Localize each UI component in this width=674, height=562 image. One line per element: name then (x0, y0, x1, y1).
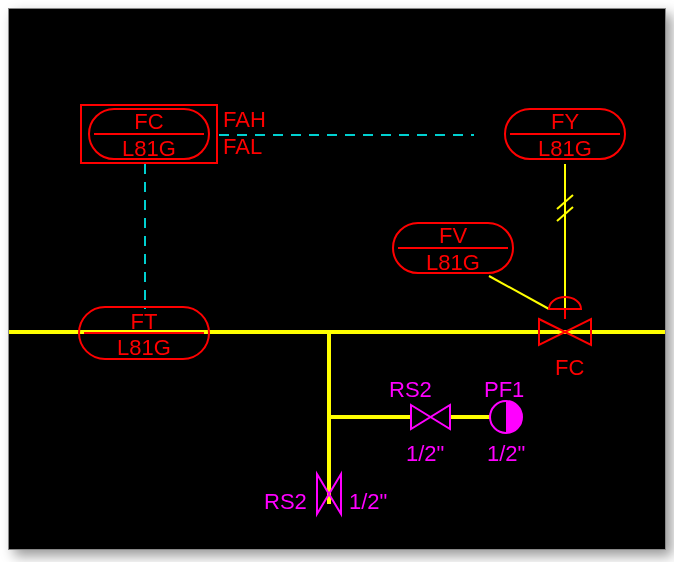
valve-rs2-inline[interactable]: RS2 1/2" (389, 377, 450, 466)
ft-tag: L81G (117, 335, 171, 360)
svg-line-9 (489, 276, 549, 309)
pid-svg: FC L81G FAH FAL FY L81G FV L81G (9, 9, 665, 549)
rs2-inline-size: 1/2" (406, 441, 444, 466)
rs2-drain-size: 1/2" (349, 489, 387, 514)
cad-canvas: FC L81G FAH FAL FY L81G FV L81G (8, 8, 666, 550)
valve-fail-action: FC (555, 355, 584, 380)
rs2-inline-label: RS2 (389, 377, 432, 402)
valve-rs2-drain[interactable]: RS2 1/2" (264, 474, 387, 514)
fy-to-valve (557, 164, 573, 309)
item-pf1[interactable]: PF1 1/2" (484, 377, 525, 466)
fc-tag: L81G (122, 136, 176, 161)
fy-tag: L81G (538, 136, 592, 161)
instrument-fv[interactable]: FV L81G (393, 223, 513, 275)
ft-type: FT (131, 309, 158, 334)
diagram-frame: FC L81G FAH FAL FY L81G FV L81G (0, 0, 674, 562)
fc-type: FC (134, 109, 163, 134)
alarm-fah: FAH (223, 107, 266, 132)
pf1-label: PF1 (484, 377, 524, 402)
instrument-fy[interactable]: FY L81G (505, 109, 625, 161)
fy-type: FY (551, 109, 579, 134)
control-valve[interactable]: FC (539, 297, 591, 380)
fv-type: FV (439, 223, 467, 248)
instrument-fc[interactable]: FC L81G (81, 105, 217, 163)
pf1-size: 1/2" (487, 441, 525, 466)
alarm-fal: FAL (223, 134, 262, 159)
rs2-drain-label: RS2 (264, 489, 307, 514)
fv-leader (489, 276, 549, 309)
instrument-ft[interactable]: FT L81G (79, 307, 209, 360)
fv-tag: L81G (426, 250, 480, 275)
